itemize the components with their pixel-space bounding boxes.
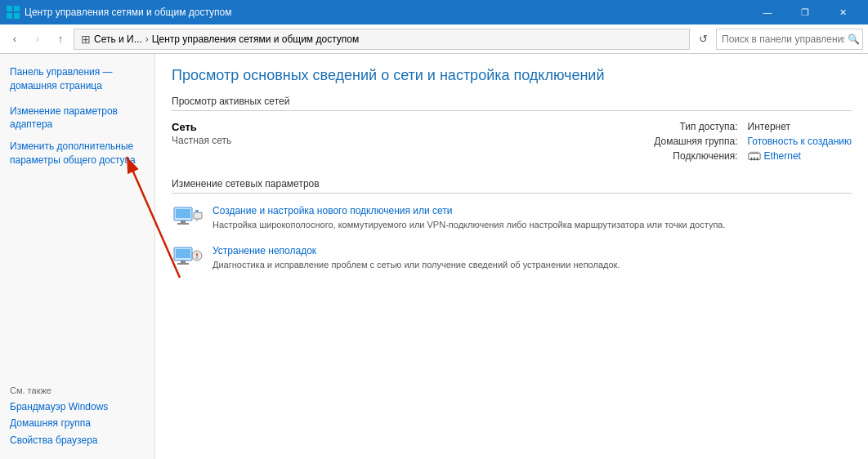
svg-rect-13 [194,212,202,219]
new-connection-text: Создание и настройка нового подключения … [213,205,852,232]
svg-rect-3 [14,13,20,19]
connections-value[interactable]: Ethernet [748,150,852,162]
svg-rect-12 [177,223,189,225]
path-separator: › [145,33,149,45]
title-bar: Центр управления сетями и общим доступом… [0,0,868,25]
troubleshoot-link[interactable]: Устранение неполадок [213,245,852,256]
sidebar-homegroup-link[interactable]: Домашняя группа [10,415,145,432]
svg-rect-10 [176,209,190,218]
svg-rect-20 [177,263,189,265]
svg-rect-18 [176,249,190,258]
app-icon [7,6,20,19]
svg-rect-6 [750,158,752,161]
sidebar-sharing-settings-link[interactable]: Изменить дополнительные параметры общего… [10,138,145,169]
troubleshoot-desc: Диагностика и исправление проблем с сеть… [213,260,620,270]
address-bar: ‹ › ↑ ⊞ Сеть и И... › Центр управления с… [0,25,868,54]
home-group-label: Домашняя группа: [654,136,737,147]
network-info-left: Сеть Частная сеть [172,121,654,162]
ethernet-icon [748,150,761,162]
change-settings-header: Изменение сетевых параметров [172,178,852,194]
change-settings-section: Изменение сетевых параметров [172,178,852,271]
svg-rect-1 [14,6,20,11]
network-type: Частная сеть [172,135,638,146]
troubleshoot-icon [172,245,204,271]
svg-rect-8 [756,158,758,161]
search-input[interactable] [722,33,844,45]
sidebar-adapter-settings-link[interactable]: Изменение параметров адаптера [10,103,145,134]
new-connection-desc: Настройка широкополосного, коммутируемог… [213,220,726,230]
network-name: Сеть [172,121,638,133]
back-button[interactable]: ‹ [5,29,25,49]
forward-button[interactable]: › [28,29,47,49]
troubleshoot-item: Устранение неполадок Диагностика и испра… [172,245,852,272]
sidebar-firewall-link[interactable]: Брандмауэр Windows [10,399,145,416]
search-icon: 🔍 [848,33,860,45]
ethernet-label: Ethernet [764,150,801,162]
new-connection-item: Создание и настройка нового подключения … [172,205,852,232]
svg-rect-5 [749,152,758,154]
sidebar-bottom: См. также Брандмауэр Windows Домашняя гр… [0,376,154,449]
network-info-right: Тип доступа: Интернет Домашняя группа: Г… [654,121,852,162]
close-button[interactable]: ✕ [824,0,861,25]
refresh-button[interactable]: ↺ [693,29,713,49]
sidebar-browser-props-link[interactable]: Свойства браузера [10,432,145,449]
svg-rect-11 [181,221,186,223]
content-area: Просмотр основных сведений о сети и наст… [155,54,868,459]
up-button[interactable]: ↑ [51,29,70,49]
new-connection-icon [172,205,204,231]
minimize-button[interactable]: — [749,0,786,25]
sidebar-home-link[interactable]: Панель управления — домашняя страница [10,64,145,95]
path-part-network: Сеть и И... [94,33,142,45]
active-networks-header: Просмотр активных сетей [172,96,852,111]
svg-rect-19 [181,261,186,263]
main-layout: Панель управления — домашняя страница Из… [0,54,868,459]
svg-rect-0 [7,6,12,11]
access-type-value: Интернет [748,121,852,132]
sidebar-top: Панель управления — домашняя страница Из… [0,64,154,376]
window-title: Центр управления сетями и общим доступом [25,7,749,18]
see-also-label: См. также [10,385,145,395]
access-type-label: Тип доступа: [654,121,737,132]
active-networks: Сеть Частная сеть Тип доступа: Интернет … [172,121,852,162]
path-grid-icon: ⊞ [81,33,91,46]
svg-point-23 [196,257,198,259]
page-title: Просмотр основных сведений о сети и наст… [172,67,852,84]
svg-rect-7 [754,158,755,161]
home-group-value[interactable]: Готовность к созданию [748,136,852,147]
search-box[interactable]: 🔍 [716,29,863,50]
path-part-current: Центр управления сетями и общим доступом [152,33,360,45]
new-connection-link[interactable]: Создание и настройка нового подключения … [213,205,852,216]
connections-label: Подключения: [654,150,737,162]
sidebar: Панель управления — домашняя страница Из… [0,54,155,459]
window-controls: — ❐ ✕ [749,0,861,25]
svg-rect-2 [7,13,12,19]
address-path[interactable]: ⊞ Сеть и И... › Центр управления сетями … [74,29,690,50]
restore-button[interactable]: ❐ [786,0,824,25]
troubleshoot-text: Устранение неполадок Диагностика и испра… [213,245,852,272]
